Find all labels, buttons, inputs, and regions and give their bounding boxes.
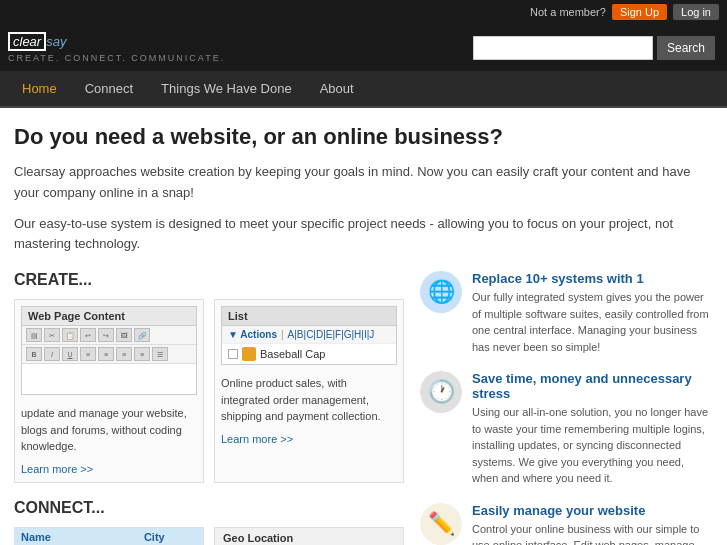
card-body-1 xyxy=(22,364,196,394)
search-button[interactable]: Search xyxy=(657,36,715,60)
toolbar-icon-2: ✂ xyxy=(44,328,60,342)
clock-icon: 🕐 xyxy=(420,371,462,413)
toolbar-icon-5: ↪ xyxy=(98,328,114,342)
card-header-1: Web Page Content xyxy=(22,307,196,326)
feature-text-2: Easily manage your website Control your … xyxy=(472,503,713,545)
logo: clearsay CREATE. CONNECT. COMMUNICATE. xyxy=(8,32,225,63)
learn-more-2-wrapper: Learn more >> xyxy=(215,429,403,452)
list-card-header: List xyxy=(222,307,396,326)
feature-desc-0: Our fully integrated system gives you th… xyxy=(472,289,713,355)
nav-item-connect[interactable]: Connect xyxy=(71,71,147,106)
learn-more-1-wrapper: Learn more >> xyxy=(15,459,203,482)
geo-header: Geo Location xyxy=(215,528,403,545)
align-justify-icon: ≡ xyxy=(134,347,150,361)
left-column: CREATE... Web Page Content ▤ ✂ 📋 ↩ ↪ 🖼 xyxy=(14,271,404,545)
feature-item-1: 🕐 Save time, money and unnecessary stres… xyxy=(420,371,713,487)
learn-more-2[interactable]: Learn more >> xyxy=(221,433,293,445)
toolbar-icon-6: 🖼 xyxy=(116,328,132,342)
main-nav: Home Connect Things We Have Done About xyxy=(0,71,727,108)
list-actions-label[interactable]: ▼ Actions xyxy=(228,329,277,340)
not-member-text: Not a member? xyxy=(530,6,606,18)
hero-para2: Our easy-to-use system is designed to me… xyxy=(14,214,694,256)
list-alpha: A|B|C|D|E|F|G|H|I|J xyxy=(288,329,375,340)
right-column: 🌐 Replace 10+ systems with 1 Our fully i… xyxy=(420,271,713,545)
card-toolbar-2: B I U ≡ ≡ ≡ ≡ ☰ xyxy=(22,345,196,364)
list-actions-row: ▼ Actions | A|B|C|D|E|F|G|H|I|J xyxy=(222,326,396,344)
toolbar-icon-3: 📋 xyxy=(62,328,78,342)
main-content: Do you need a website, or an online busi… xyxy=(0,108,727,545)
web-page-content-card: Web Page Content ▤ ✂ 📋 ↩ ↪ 🖼 🔗 B xyxy=(14,299,204,483)
feature-title-0: Replace 10+ systems with 1 xyxy=(472,271,713,286)
card-inner-2: List ▼ Actions | A|B|C|D|E|F|G|H|I|J Bas… xyxy=(221,306,397,365)
top-bar: Not a member? Sign Up Log in xyxy=(0,0,727,24)
feature-title-1: Save time, money and unnecessary stress xyxy=(472,371,713,401)
signup-button[interactable]: Sign Up xyxy=(612,4,667,20)
italic-icon: I xyxy=(44,347,60,361)
align-center-icon: ≡ xyxy=(98,347,114,361)
connect-section: CONNECT... Name City xyxy=(14,499,404,545)
list-card: List ▼ Actions | A|B|C|D|E|F|G|H|I|J Bas… xyxy=(214,299,404,483)
card-desc-2: Online product sales, with integrated or… xyxy=(215,371,403,429)
toolbar-icon-7: 🔗 xyxy=(134,328,150,342)
hero-para1: Clearsay approaches website creation by … xyxy=(14,162,694,204)
globe-icon: 🌐 xyxy=(420,271,462,313)
toolbar-icon-4: ↩ xyxy=(80,328,96,342)
align-right-icon: ≡ xyxy=(116,347,132,361)
feature-desc-1: Using our all-in-one solution, you no lo… xyxy=(472,404,713,487)
hero-title: Do you need a website, or an online busi… xyxy=(14,124,713,150)
connect-section-title: CONNECT... xyxy=(14,499,404,517)
col-header-name: Name xyxy=(15,528,138,545)
create-card-row: Web Page Content ▤ ✂ 📋 ↩ ↪ 🖼 🔗 B xyxy=(14,299,404,483)
content-columns: CREATE... Web Page Content ▤ ✂ 📋 ↩ ↪ 🖼 xyxy=(14,271,713,545)
header: clearsay CREATE. CONNECT. COMMUNICATE. S… xyxy=(0,24,727,71)
feature-item-0: 🌐 Replace 10+ systems with 1 Our fully i… xyxy=(420,271,713,355)
align-left-icon: ≡ xyxy=(80,347,96,361)
toolbar-icon-1: ▤ xyxy=(26,328,42,342)
nav-item-home[interactable]: Home xyxy=(8,71,71,106)
search-area: Search xyxy=(473,36,715,60)
col-header-city: City xyxy=(138,528,203,545)
connect-card-row: Name City Gerome Metronome New York xyxy=(14,527,404,545)
list-item-label: Baseball Cap xyxy=(260,348,325,360)
learn-more-1[interactable]: Learn more >> xyxy=(21,463,93,475)
underline-icon: U xyxy=(62,347,78,361)
nav-item-about[interactable]: About xyxy=(306,71,368,106)
list-checkbox[interactable] xyxy=(228,349,238,359)
feature-desc-2: Control your online business with our si… xyxy=(472,521,713,545)
search-input[interactable] xyxy=(473,36,653,60)
logo-clear: clear xyxy=(8,32,46,51)
card-toolbar-1: ▤ ✂ 📋 ↩ ↪ 🖼 🔗 xyxy=(22,326,196,345)
feature-item-2: ✏️ Easily manage your website Control yo… xyxy=(420,503,713,545)
list-item-icon xyxy=(242,347,256,361)
create-section-title: CREATE... xyxy=(14,271,404,289)
list-item-row: Baseball Cap xyxy=(222,344,396,364)
card-inner-1: Web Page Content ▤ ✂ 📋 ↩ ↪ 🖼 🔗 B xyxy=(21,306,197,395)
feature-text-1: Save time, money and unnecessary stress … xyxy=(472,371,713,487)
login-button[interactable]: Log in xyxy=(673,4,719,20)
logo-tagline: CREATE. CONNECT. COMMUNICATE. xyxy=(8,53,225,63)
logo-say: say xyxy=(46,34,66,49)
nav-item-things[interactable]: Things We Have Done xyxy=(147,71,306,106)
connect-table: Name City Gerome Metronome New York xyxy=(15,528,203,545)
pencil-icon: ✏️ xyxy=(420,503,462,545)
connect-table-card: Name City Gerome Metronome New York xyxy=(14,527,204,545)
geo-location-card: Geo Location xyxy=(214,527,404,545)
feature-title-2: Easily manage your website xyxy=(472,503,713,518)
bold-icon: B xyxy=(26,347,42,361)
list-icon: ☰ xyxy=(152,347,168,361)
card-desc-1: update and manage your website, blogs an… xyxy=(15,401,203,459)
feature-text-0: Replace 10+ systems with 1 Our fully int… xyxy=(472,271,713,355)
